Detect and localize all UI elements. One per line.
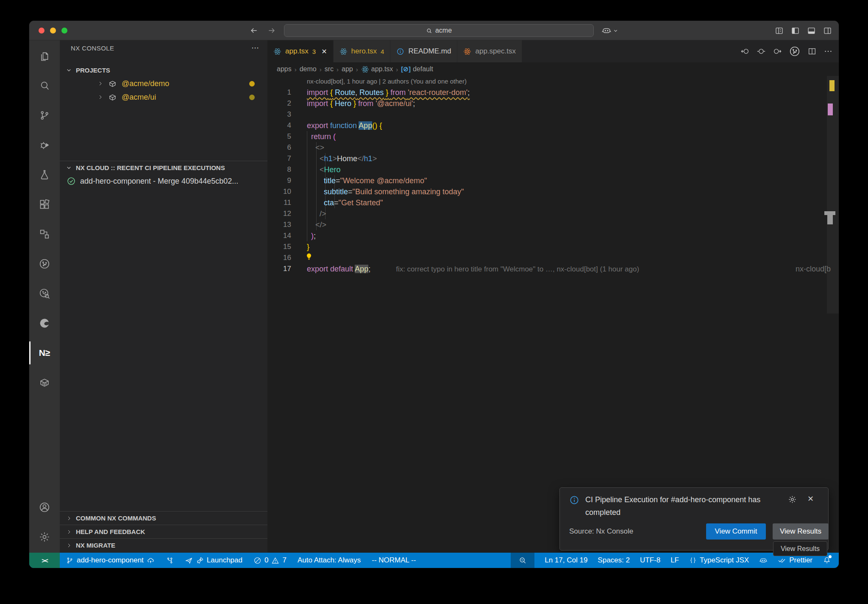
commit-graph-icon[interactable] — [789, 45, 801, 57]
history-forward-icon[interactable] — [267, 26, 276, 35]
close-window-button[interactable] — [39, 28, 45, 34]
activity-item-containers[interactable] — [29, 368, 60, 397]
statusbar-launchpad[interactable]: Launchpad — [185, 556, 242, 565]
section-header-nx-migrate[interactable]: NX MIGRATE — [60, 538, 267, 552]
sidebar-more-actions-icon[interactable]: ⋯ — [251, 43, 260, 53]
command-center-search[interactable]: acme — [284, 24, 594, 37]
toggle-panel-icon[interactable] — [807, 26, 816, 35]
editor-group: app.tsx3✕hero.tsx4README.mdapp.spec.tsx … — [267, 40, 839, 553]
code-line: 11 cta="Get Started" — [267, 197, 839, 208]
nx-logo: N≥ — [39, 348, 50, 358]
maximize-window-button[interactable] — [61, 28, 67, 34]
statusbar-commit-graph[interactable] — [166, 556, 174, 565]
breadcrumb-separator: › — [320, 66, 322, 73]
notification-settings-gear-icon[interactable] — [788, 495, 797, 504]
statusbar-branch[interactable]: add-hero-component — [66, 556, 155, 565]
statusbar-label: -- NORMAL -- — [372, 556, 416, 565]
view-results-button[interactable]: View Results — [773, 523, 829, 540]
statusbar-encoding[interactable]: UTF-8 — [640, 556, 660, 565]
activity-item-run-and-debug[interactable] — [29, 130, 60, 160]
section-header-nx-cloud[interactable]: NX CLOUD :: RECENT CI PIPELINE EXECUTION… — [60, 161, 267, 174]
code-line: 8 <Hero — [267, 164, 839, 175]
line-number: 16 — [267, 252, 291, 263]
breadcrumb-file[interactable]: app.tsx — [361, 65, 393, 73]
open-change-icon[interactable] — [757, 47, 766, 56]
statusbar-label: Spaces: 2 — [598, 556, 630, 565]
code-editor[interactable]: nx-cloud[bot], 1 hour ago | 2 authors (Y… — [267, 76, 839, 553]
statusbar-eol[interactable]: LF — [670, 556, 679, 565]
open-previous-change-icon[interactable] — [740, 47, 750, 56]
tab-close-icon[interactable]: ✕ — [321, 48, 327, 56]
tab-app.spec.tsx[interactable]: app.spec.tsx — [457, 40, 522, 62]
statusbar-auto-attach[interactable]: Auto Attach: Always — [298, 556, 361, 565]
git-blame-codelens[interactable]: nx-cloud[bot], 1 hour ago | 2 authors (Y… — [307, 78, 467, 85]
view-commit-button[interactable]: View Commit — [706, 523, 766, 540]
statusbar-indentation[interactable]: Spaces: 2 — [598, 556, 630, 565]
token: Route — [333, 88, 355, 97]
statusbar-notifications-bell[interactable] — [823, 556, 831, 565]
open-next-change-icon[interactable] — [773, 47, 782, 56]
tab-README.md[interactable]: README.md — [390, 40, 457, 62]
minimize-window-button[interactable] — [50, 28, 56, 34]
remote-indicator[interactable]: >< — [29, 553, 60, 568]
chevron-down-icon[interactable] — [613, 28, 618, 34]
statusbar-formatter[interactable]: Prettier — [778, 556, 812, 565]
breadcrumb-item[interactable]: demo — [300, 65, 317, 73]
statusbar-zoom-indicator[interactable] — [511, 553, 534, 568]
statusbar-label: Launchpad — [207, 556, 242, 565]
pipeline-execution-item[interactable]: add-hero-component - Merge 409b44e5cb02.… — [60, 174, 267, 188]
chevron-right-icon[interactable] — [97, 80, 104, 87]
token: < — [320, 154, 324, 163]
statusbar-copilot[interactable] — [759, 556, 768, 565]
activity-item-edge-tools[interactable] — [29, 308, 60, 338]
activity-item-extensions[interactable] — [29, 190, 60, 219]
token: Routes — [357, 88, 384, 97]
token: ; — [368, 265, 370, 273]
statusbar-vim-mode[interactable]: -- NORMAL -- — [372, 556, 416, 565]
section-header-help-and-feedback[interactable]: HELP AND FEEDBACK — [60, 525, 267, 538]
toggle-secondary-sidebar-icon[interactable] — [823, 26, 832, 35]
tab-app.tsx[interactable]: app.tsx3✕ — [267, 40, 334, 62]
code-line: 3 — [267, 109, 839, 120]
tab-hero.tsx[interactable]: hero.tsx4 — [334, 40, 391, 62]
token: /> — [320, 210, 326, 218]
activity-item-source-control[interactable] — [29, 101, 60, 130]
lightbulb-icon[interactable] — [305, 252, 313, 261]
section-header-common-nx-commands[interactable]: COMMON NX COMMANDS — [60, 511, 267, 525]
token: title — [324, 176, 336, 185]
history-back-icon[interactable] — [250, 26, 258, 35]
toggle-primary-sidebar-icon[interactable] — [791, 26, 800, 35]
statusbar-problems[interactable]: 07 — [253, 556, 287, 565]
notification-close-icon[interactable]: ✕ — [807, 494, 814, 503]
activity-item-search[interactable] — [29, 71, 60, 101]
code-line: 15} — [267, 241, 839, 252]
chevron-right-icon[interactable] — [97, 94, 104, 101]
statusbar-cursor-position[interactable]: Ln 17, Col 19 — [545, 556, 587, 565]
line-number: 13 — [267, 219, 291, 230]
project-label: @acme/ui — [122, 93, 156, 102]
activity-item-accounts[interactable] — [29, 492, 60, 522]
breadcrumb-item[interactable]: app — [342, 65, 353, 73]
breadcrumb-separator: › — [295, 66, 297, 73]
customize-layout-icon[interactable] — [775, 26, 784, 35]
package-icon — [108, 79, 117, 88]
statusbar-language-mode[interactable]: TypeScript JSX — [689, 556, 749, 565]
section-label: NX CLOUD :: RECENT CI PIPELINE EXECUTION… — [76, 164, 225, 171]
activity-item-commit-search[interactable] — [29, 279, 60, 308]
breadcrumb-item[interactable]: src — [325, 65, 334, 73]
notification-source: Source: Nx Console — [569, 527, 633, 536]
activity-item-settings[interactable] — [29, 522, 60, 552]
more-actions-icon[interactable] — [823, 47, 833, 56]
copilot-icon[interactable] — [601, 25, 612, 36]
activity-item-testing[interactable] — [29, 160, 60, 190]
activity-item-dependency-graph[interactable] — [29, 219, 60, 249]
project-item[interactable]: @acme/demo — [60, 77, 267, 90]
activity-item-commit-graph[interactable] — [29, 249, 60, 279]
project-item[interactable]: @acme/ui — [60, 90, 267, 104]
split-editor-icon[interactable] — [807, 47, 817, 56]
activity-item-explorer[interactable] — [29, 41, 60, 71]
breadcrumb-item[interactable]: apps — [277, 65, 292, 73]
breadcrumb-symbol[interactable]: [⊘]default — [401, 65, 433, 73]
section-header-projects[interactable]: PROJECTS — [60, 63, 267, 77]
activity-item-nx-console[interactable]: N≥ — [29, 338, 60, 368]
